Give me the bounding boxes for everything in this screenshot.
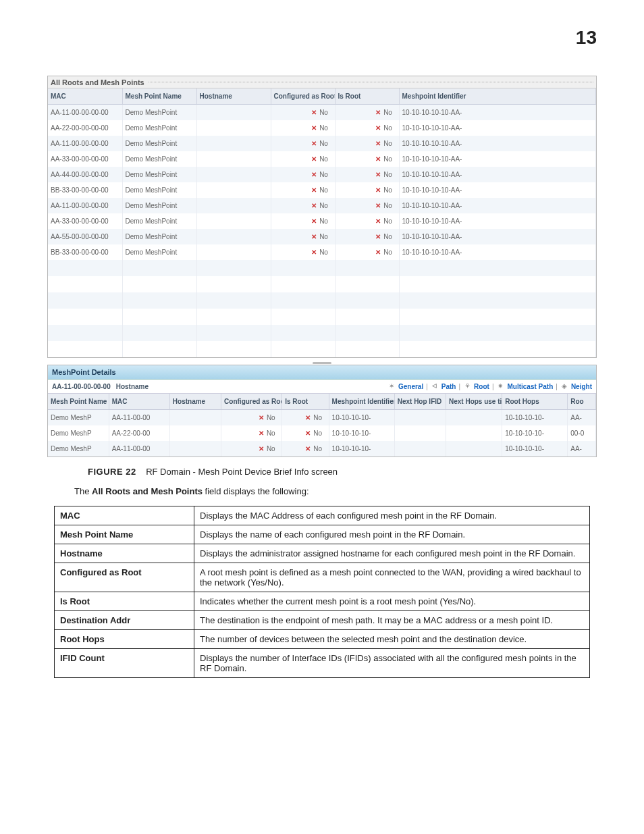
para-pre: The [74, 486, 92, 496]
tab-general-label[interactable]: General [398, 383, 423, 390]
roots-mesh-points-panel: All Roots and Mesh Points MAC Mesh Point… [47, 76, 597, 358]
table-row[interactable]: AA-11-00-00-00-00Demo MeshPoint✕No ✕No 1… [48, 136, 596, 151]
col-meshpoint-id[interactable]: Meshpoint Identifier [399, 88, 596, 105]
status-cell: ✕No [335, 244, 399, 260]
cell-value: No [319, 124, 328, 132]
col-mac[interactable]: MAC [48, 88, 122, 105]
table-header-row: Mesh Point Name MAC Hostname Configured … [48, 394, 596, 410]
definition-key: Is Root [55, 592, 194, 611]
tab-sep: | [458, 383, 460, 390]
grip-icon [313, 362, 331, 364]
cell-nht [446, 410, 502, 426]
table-row[interactable]: AA-22-00-00-00-00Demo MeshPoint✕No ✕No 1… [48, 120, 596, 136]
table-row[interactable]: AA-55-00-00-00-00Demo MeshPoint✕No ✕No 1… [48, 229, 596, 244]
status-cell: ✕No [271, 213, 335, 229]
definition-value: The number of devices between the select… [194, 630, 590, 649]
table-row[interactable]: AA-33-00-00-00-00Demo MeshPoint✕No ✕No 1… [48, 151, 596, 167]
panel2-info-mac: AA-11-00-00-00-00 [52, 383, 111, 390]
para-bold: All Roots and Mesh Points [92, 486, 203, 496]
empty-cell [335, 276, 399, 292]
cell-meshpoint-name: Demo MeshPoint [122, 120, 196, 136]
empty-cell [122, 341, 196, 357]
empty-cell [122, 260, 196, 276]
d-col-host[interactable]: Hostname [169, 394, 221, 410]
cell-value: No [319, 155, 328, 163]
table-row[interactable]: Demo MeshPAA-11-00-00✕No ✕No 10-10-10-10… [48, 410, 596, 426]
empty-cell [196, 260, 271, 276]
empty-row [48, 292, 596, 309]
definition-key: Hostname [55, 544, 194, 563]
cell-rh: 10-10-10-10- [502, 425, 568, 441]
status-cell: ✕No [335, 120, 399, 136]
d-col-mac[interactable]: MAC [109, 394, 169, 410]
x-icon: ✕ [374, 155, 381, 163]
definition-value: A root mesh point is defined as a mesh p… [194, 563, 590, 592]
tab-path-label[interactable]: Path [441, 383, 456, 390]
para-post: field displays the following: [203, 486, 309, 496]
x-icon: ✕ [304, 445, 311, 452]
figure-text: RF Domain - Mesh Point Device Brief Info… [146, 467, 338, 477]
d-col-cfg[interactable]: Configured as Root [221, 394, 282, 410]
x-icon: ✕ [374, 186, 381, 194]
cell-value: No [319, 202, 328, 209]
table-row[interactable]: BB-33-00-00-00-00Demo MeshPoint✕No ✕No 1… [48, 244, 596, 260]
cell-mac: AA-33-00-00-00-00 [48, 151, 122, 167]
d-col-nht[interactable]: Next Hops use time [446, 394, 502, 410]
table-row[interactable]: AA-33-00-00-00-00Demo MeshPoint✕No ✕No 1… [48, 213, 596, 229]
status-cell: ✕No [335, 151, 399, 167]
table-row[interactable]: Demo MeshPAA-11-00-00✕No ✕No 10-10-10-10… [48, 441, 596, 457]
empty-cell [399, 276, 596, 292]
col-configured-root[interactable]: Configured as Root [271, 88, 335, 105]
cell-nh [394, 410, 446, 426]
x-icon: ✕ [310, 249, 317, 256]
table-row[interactable]: AA-11-00-00-00-00Demo MeshPoint✕No ✕No 1… [48, 198, 596, 213]
table-row[interactable]: AA-11-00-00-00-00Demo MeshPoint✕No ✕No 1… [48, 105, 596, 121]
cell-meshpoint-id: 10-10-10-10-10-AA- [399, 213, 596, 229]
cell-roo: AA- [568, 410, 596, 426]
x-icon: ✕ [310, 140, 317, 147]
panel2-infobar: AA-11-00-00-00-00 Hostname ✶ General | ᐊ… [48, 380, 596, 394]
tab-neighbor-label[interactable]: Neight [571, 383, 592, 390]
d-col-id[interactable]: Meshpoint Identifier [329, 394, 394, 410]
status-cell: ✕No [335, 213, 399, 229]
cell-meshpoint-name: Demo MeshPoint [122, 151, 196, 167]
table-row[interactable]: BB-33-00-00-00-00Demo MeshPoint✕No ✕No 1… [48, 182, 596, 198]
empty-cell [399, 341, 596, 357]
cell-value: No [383, 140, 392, 147]
empty-cell [48, 325, 122, 341]
table-row[interactable]: AA-44-00-00-00-00Demo MeshPoint✕No ✕No 1… [48, 167, 596, 182]
cell-meshpoint-name: Demo MeshPoint [122, 182, 196, 198]
d-col-nh[interactable]: Next Hop IFID [394, 394, 446, 410]
status-cell: ✕No [335, 198, 399, 213]
d-col-rh[interactable]: Root Hops [502, 394, 568, 410]
x-icon: ✕ [310, 155, 317, 163]
status-cell: ✕No [271, 182, 335, 198]
panel2-info-host-label: Hostname [116, 383, 149, 390]
x-icon: ✕ [257, 429, 264, 437]
status-cell: ✕No [271, 229, 335, 244]
col-is-root[interactable]: Is Root [335, 88, 399, 105]
col-hostname[interactable]: Hostname [196, 88, 271, 105]
definition-value: Displays the MAC Address of each configu… [194, 506, 590, 525]
table-row[interactable]: Demo MeshPAA-22-00-00✕No ✕No 10-10-10-10… [48, 425, 596, 441]
tab-sep: | [556, 383, 558, 390]
status-cell: ✕No [335, 182, 399, 198]
empty-cell [48, 276, 122, 292]
d-col-root[interactable]: Is Root [282, 394, 329, 410]
empty-cell [196, 341, 271, 357]
cell-value: No [383, 186, 392, 194]
empty-cell [122, 292, 196, 309]
tab-multicast-label[interactable]: Multicast Path [507, 383, 553, 390]
d-col-roo[interactable]: Roo [568, 394, 596, 410]
cell-hostname [196, 182, 271, 198]
definition-value: Displays the number of Interface IDs (IF… [194, 649, 590, 678]
d-col-name[interactable]: Mesh Point Name [48, 394, 109, 410]
definition-key: Mesh Point Name [55, 525, 194, 544]
col-meshpoint-name[interactable]: Mesh Point Name [122, 88, 196, 105]
x-icon: ✕ [374, 233, 381, 240]
x-icon: ✕ [374, 217, 381, 225]
tab-root-label[interactable]: Root [474, 383, 489, 390]
definition-row: Is RootIndicates whether the current mes… [55, 592, 590, 611]
body-paragraph: The All Roots and Mesh Points field disp… [74, 486, 597, 496]
definition-key: Configured as Root [55, 563, 194, 592]
